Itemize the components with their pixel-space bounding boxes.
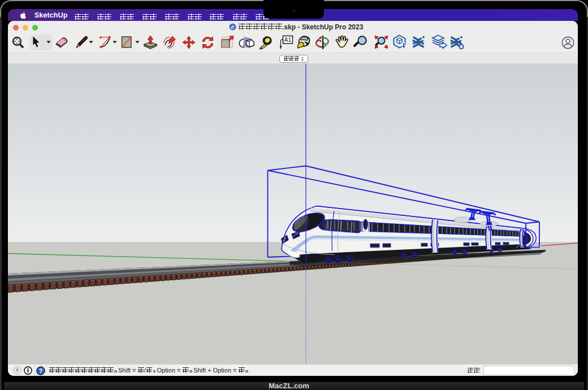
svg-text:?: ? bbox=[39, 367, 42, 374]
svg-text:A1: A1 bbox=[284, 36, 291, 43]
